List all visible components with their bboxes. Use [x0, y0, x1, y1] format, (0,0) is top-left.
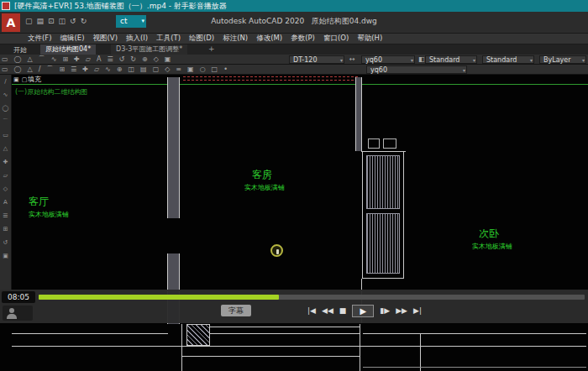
toolbar-icon[interactable]: ✚	[82, 65, 88, 74]
toolbar-icon[interactable]: ▣	[165, 55, 171, 64]
seek-bar[interactable]	[39, 295, 585, 300]
toolbar-icon[interactable]: ▭	[2, 65, 8, 74]
player-app-icon	[2, 2, 10, 10]
dimension-icon[interactable]: ↔	[349, 55, 355, 63]
layer-dropdown-2[interactable]: yq60 ▾	[366, 65, 467, 74]
toolbar-icon[interactable]: ⌒	[39, 55, 45, 64]
user-avatar-button[interactable]	[3, 306, 33, 321]
toolbar-icon[interactable]: ◯	[14, 55, 22, 64]
menu-item[interactable]: 帮助(H)	[353, 34, 386, 44]
autocad-logo-icon[interactable]: A	[2, 13, 20, 32]
toolbar-icon[interactable]: ☰	[107, 55, 113, 64]
toolbar-icon[interactable]: ⊕	[142, 55, 148, 64]
toolbar-icon[interactable]: ▢	[153, 65, 160, 74]
toolbar-icon[interactable]: /	[39, 65, 41, 74]
draw-tool-icon[interactable]: ▭	[3, 132, 8, 139]
draw-tool-icon[interactable]: △	[3, 145, 8, 153]
toolbar-icon[interactable]: ⌒	[46, 65, 53, 74]
toolbar-icon[interactable]: ▭	[2, 55, 8, 64]
toolbar-icon[interactable]: ◇	[154, 55, 159, 64]
toolbar-icon[interactable]: ◫	[129, 65, 135, 74]
tab-document-2[interactable]: D3-3平面施工图调整*	[111, 44, 187, 55]
table-style-dropdown[interactable]: Standard ▾	[482, 55, 534, 64]
chevron-down-icon: ▾	[473, 57, 475, 64]
layer-state-icon[interactable]: ◧	[418, 55, 425, 63]
toolbar-icon[interactable]: ∿	[105, 65, 111, 74]
toolbar-icon[interactable]: ↺	[119, 55, 125, 64]
menu-item[interactable]: 绘图(D)	[185, 34, 218, 44]
draw-tool-icon[interactable]: ☰	[3, 212, 8, 220]
new-tab-button[interactable]: +	[208, 44, 215, 53]
toolbar-icon[interactable]: •	[223, 65, 228, 74]
toolbar-icon[interactable]: ✚	[74, 55, 80, 64]
tab-document-active[interactable]: 原始结构图04*	[40, 44, 96, 55]
fill-icon[interactable]: ▢	[22, 76, 28, 83]
toolbar-icon[interactable]: ○	[200, 65, 206, 74]
wall-line	[361, 77, 362, 151]
menu-item[interactable]: 标注(N)	[218, 34, 252, 44]
toolbar-icon-strip-2: ▭◯△/⌒⊞☰✚▱∿⊕◫▤▢◇≡▣○□•	[2, 65, 228, 74]
wall-line	[210, 333, 360, 334]
toolbar-icon[interactable]: △	[28, 55, 33, 64]
play-button[interactable]: ▶	[352, 305, 374, 317]
toolbar-icon[interactable]: ⊞	[59, 65, 65, 74]
draw-tool-icon[interactable]: ↺	[3, 239, 8, 247]
toolbar-icon[interactable]: ∿	[51, 55, 57, 64]
color-dropdown[interactable]: ByLayer ▾	[539, 55, 586, 64]
layer-dropdown[interactable]: yq60 ▾	[361, 55, 415, 64]
previous-button[interactable]: |◀	[307, 306, 316, 315]
menu-item[interactable]: 工具(T)	[152, 34, 185, 44]
toolbar-icon[interactable]: ☰	[71, 65, 76, 74]
toolbar-icon[interactable]: ↻	[130, 55, 136, 64]
menu-item[interactable]: 修改(M)	[252, 34, 286, 44]
fast-forward-button[interactable]: ▶▶	[396, 306, 407, 315]
draw-tool-icon[interactable]: ✚	[3, 159, 8, 166]
frame-step-button[interactable]: ▮▶	[380, 306, 390, 315]
toolbar-icon[interactable]: ▱	[86, 55, 91, 64]
toolbar-icon[interactable]: ▣	[187, 65, 194, 74]
wardrobe-hatch	[366, 155, 400, 209]
toolbar-icon[interactable]: ◯	[14, 65, 22, 74]
text-style-dropdown[interactable]: Standard ▾	[425, 55, 477, 64]
dimension-style-dropdown[interactable]: DT-120 ▾	[289, 55, 344, 64]
draw-tool-icon[interactable]: ▱	[3, 172, 8, 180]
room-material-label: 实木地板满铺	[29, 210, 69, 219]
color-value: ByLayer	[543, 56, 571, 64]
tab-start[interactable]: 开始	[13, 45, 27, 55]
draw-tool-icon[interactable]: ◯	[3, 105, 9, 112]
subtitle-button[interactable]: 字幕	[221, 305, 251, 316]
menu-item[interactable]: 插入(I)	[122, 34, 152, 44]
fill-icon[interactable]: ▣	[13, 76, 19, 83]
menu-item[interactable]: 文件(F)	[24, 34, 56, 44]
toolbar-icon[interactable]: ⊞	[62, 55, 68, 64]
toolbar-icon[interactable]: ⊕	[117, 65, 123, 74]
draw-tool-icon[interactable]: /	[4, 78, 6, 86]
stop-button[interactable]: ■	[339, 306, 347, 315]
rewind-button[interactable]: ◀◀	[322, 306, 333, 315]
toolbar-row-2: ▭◯△/⌒⊞☰✚▱∿⊕◫▤▢◇≡▣○□• yq60 ▾	[0, 65, 588, 75]
fill-toolbar-icons: ▣▢	[13, 76, 27, 83]
menu-item[interactable]: 参数(P)	[286, 34, 319, 44]
file-tab-bar: 开始 原始结构图04* D3-3平面施工图调整* +	[0, 44, 588, 55]
seek-bar-fill	[39, 295, 279, 300]
draw-tool-icon[interactable]: ◇	[3, 186, 8, 193]
draw-tool-icon[interactable]: ⌒	[3, 118, 8, 126]
green-guide-line	[12, 84, 588, 85]
menu-item[interactable]: 窗口(O)	[319, 34, 353, 44]
draw-tool-icon[interactable]: ∿	[3, 91, 8, 99]
toolbar-icon[interactable]: ▤	[140, 65, 147, 74]
menu-item[interactable]: 视图(V)	[89, 34, 122, 44]
app-title: Autodesk AutoCAD 2020	[211, 17, 304, 25]
next-button[interactable]: ▶|	[413, 306, 422, 315]
draw-tool-icon[interactable]: A	[3, 199, 8, 206]
toolbar-icon[interactable]: A	[97, 55, 101, 64]
draw-tool-icon[interactable]: ▣	[3, 253, 8, 260]
toolbar-icon[interactable]: ▱	[94, 65, 99, 74]
elapsed-time: 08:05	[2, 291, 35, 303]
toolbar-icon[interactable]: ≡	[176, 65, 181, 74]
toolbar-icon[interactable]: ◇	[165, 65, 170, 74]
toolbar-icon[interactable]: □	[212, 65, 218, 74]
draw-tool-icon[interactable]: ⊞	[3, 226, 8, 233]
toolbar-icon[interactable]: △	[28, 65, 33, 74]
menu-item[interactable]: 编辑(E)	[56, 34, 89, 44]
